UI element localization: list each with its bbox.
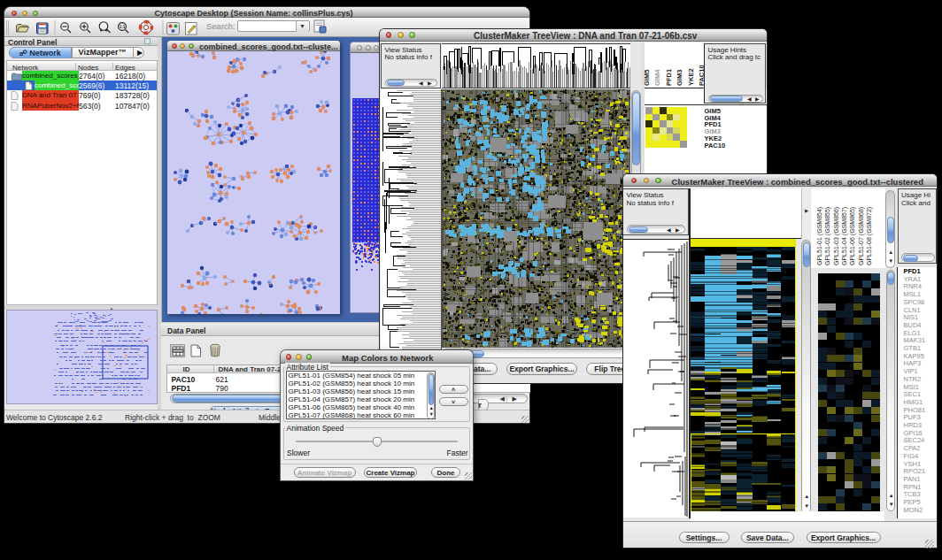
svg-text:1:1: 1:1: [120, 24, 126, 28]
